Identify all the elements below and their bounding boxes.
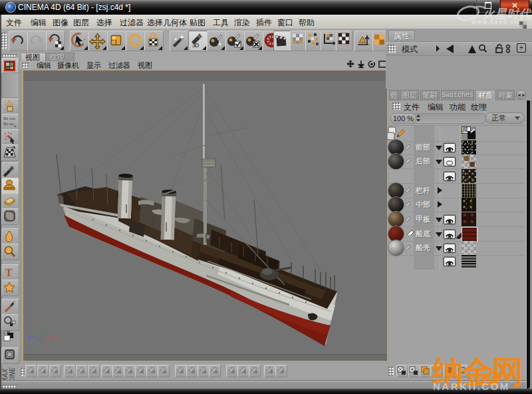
svg-text:Sn xxx: Sn xxx	[3, 116, 15, 120]
svg-text:X: X	[52, 335, 56, 341]
svg-text:Sn xx: Sn xx	[3, 122, 13, 126]
svg-text:T: T	[5, 267, 13, 278]
svg-text:3D: 3D	[192, 42, 200, 49]
svg-text:C: C	[3, 331, 6, 335]
svg-text:Z: Z	[28, 335, 31, 341]
